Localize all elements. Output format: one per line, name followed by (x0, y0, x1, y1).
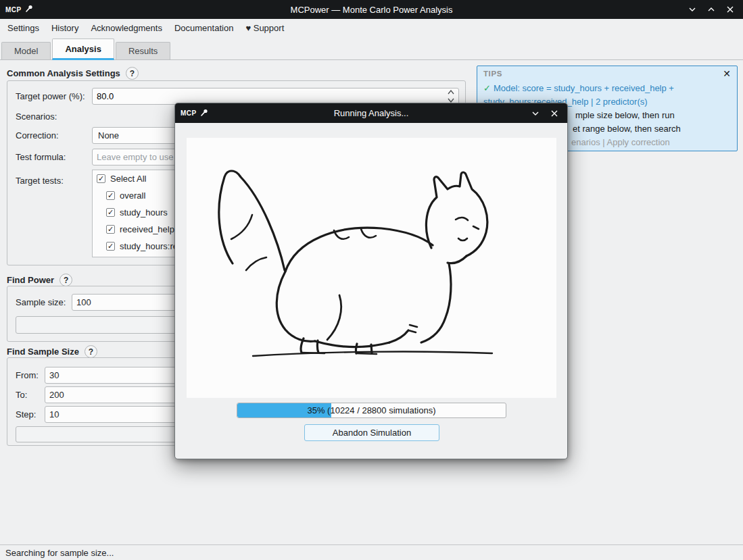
close-icon[interactable] (550, 109, 559, 118)
shade-icon[interactable] (688, 5, 697, 14)
menu-acknowledgments[interactable]: Acknowledgments (85, 19, 168, 37)
dialog-title: Running Analysis... (283, 108, 459, 118)
pin-icon (25, 4, 34, 15)
checkbox-checked-icon[interactable]: ✓ (106, 225, 115, 234)
window-title: MCPower — Monte Carlo Power Analysis (108, 5, 635, 15)
cat-drawing (187, 138, 556, 398)
target-power-label: Target power (%): (16, 88, 85, 105)
abandon-simulation-button[interactable]: Abandon Simulation (304, 424, 439, 441)
dialog-controls (459, 109, 567, 118)
status-text: Searching for sample size... (5, 548, 114, 558)
spin-down-icon (448, 98, 454, 103)
window-titlebar: MCP MCPower — Monte Carlo Power Analysis (0, 0, 743, 19)
menu-documentation[interactable]: Documentation (168, 19, 239, 37)
target-tests-label: Target tests: (16, 172, 64, 189)
step-label: Step: (16, 406, 36, 423)
test-formula-label: Test formula: (16, 149, 66, 166)
tips-title: TIPS (483, 70, 502, 78)
app-logo: MCP (5, 6, 22, 14)
maximize-icon[interactable] (706, 5, 716, 14)
help-icon[interactable]: ? (126, 67, 139, 80)
help-icon[interactable]: ? (59, 274, 72, 286)
checkbox-checked-icon[interactable]: ✓ (106, 242, 115, 251)
target-test-label: received_help (120, 224, 174, 234)
help-icon[interactable]: ? (85, 345, 97, 358)
find-power-heading: Find Power ? (7, 274, 72, 286)
menu-bar: Settings History Acknowledgments Documen… (0, 19, 743, 37)
status-bar: Searching for sample size... (0, 544, 743, 560)
dialog-logo-area: MCP (175, 108, 283, 119)
spin-arrows[interactable] (448, 90, 456, 103)
find-sample-size-heading: Find Sample Size ? (7, 345, 97, 358)
dialog-titlebar: MCP Running Analysis... (175, 103, 567, 123)
spin-up-icon (448, 90, 454, 95)
tip-model-line: ✓Model: score = study_hours + received_h… (483, 82, 733, 95)
common-settings-title: Common Analysis Settings (7, 68, 120, 78)
window-logo-area: MCP (0, 4, 108, 15)
close-icon[interactable] (725, 5, 735, 14)
tab-analysis[interactable]: Analysis (52, 39, 114, 60)
find-sample-size-title: Find Sample Size (7, 347, 79, 357)
checkbox-checked-icon[interactable]: ✓ (97, 174, 105, 183)
to-label: To: (16, 386, 27, 403)
progress-bar: 35% (10224 / 28800 simulations) (237, 403, 506, 418)
target-test-label: Select All (110, 174, 146, 184)
menu-support[interactable]: ♥ Support (239, 19, 290, 37)
app-logo: MCP (181, 109, 197, 117)
target-test-label: study_hours:re (120, 241, 178, 251)
app-window: MCP MCPower — Monte Carlo Power Analysis… (0, 0, 743, 560)
window-controls (635, 5, 743, 14)
scenarios-label: Scenarios: (16, 108, 57, 125)
tab-bar: Model Analysis Results (0, 37, 743, 60)
checkbox-checked-icon[interactable]: ✓ (106, 191, 115, 200)
from-label: From: (16, 367, 39, 384)
target-test-label: overall (120, 190, 145, 201)
tab-results[interactable]: Results (116, 42, 170, 59)
tab-model[interactable]: Model (1, 42, 51, 59)
simulation-canvas (187, 138, 556, 398)
progress-text: 35% (10224 / 28800 simulations) (237, 403, 506, 417)
pin-icon (200, 108, 209, 119)
sample-size-label: Sample size: (16, 294, 66, 311)
find-power-title: Find Power (7, 275, 54, 285)
menu-settings[interactable]: Settings (1, 19, 45, 37)
correction-label: Correction: (16, 127, 59, 144)
common-settings-heading: Common Analysis Settings ? (7, 67, 139, 80)
target-test-label: study_hours (120, 207, 168, 218)
checkbox-checked-icon[interactable]: ✓ (106, 208, 115, 217)
tips-close-icon[interactable]: ✕ (723, 68, 731, 79)
shade-icon[interactable] (531, 109, 540, 118)
check-icon: ✓ (483, 83, 491, 93)
running-analysis-dialog: MCP Running Analysis... (174, 103, 568, 459)
menu-history[interactable]: History (45, 19, 85, 37)
